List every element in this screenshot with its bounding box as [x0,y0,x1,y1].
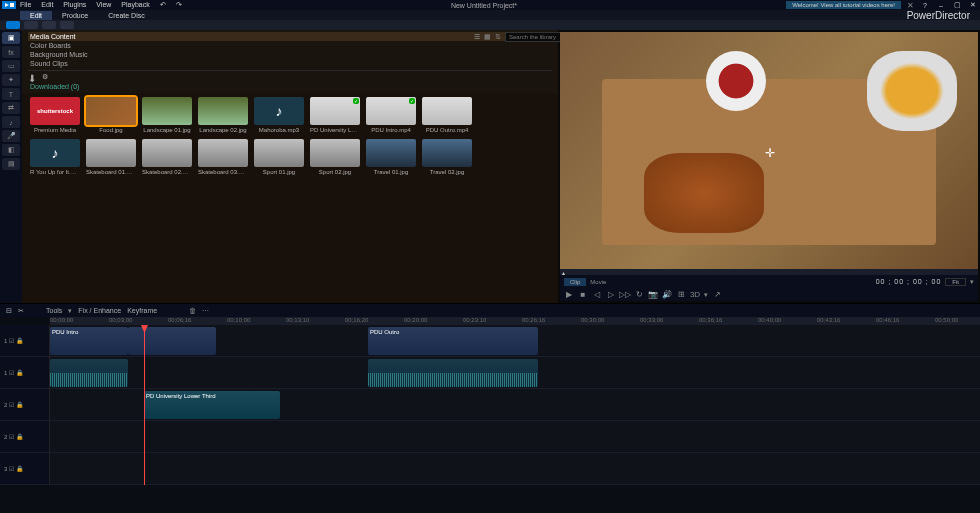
media-thumbnail[interactable]: ✓ [366,97,416,125]
timeline-clip[interactable] [128,327,216,355]
media-thumbnail[interactable] [142,139,192,167]
menu-view[interactable]: View [96,1,111,9]
list-view-icon[interactable]: ☰ [474,33,480,41]
media-thumbnail[interactable] [198,139,248,167]
track-header[interactable]: 2 ☑ 🔒 [0,421,50,452]
import-icon[interactable]: ⬇ [28,73,36,82]
media-item[interactable]: Skateboard 03.mp4 [198,139,248,175]
more-icon[interactable]: ⋯ [202,307,209,315]
media-thumbnail[interactable] [422,97,472,125]
media-item[interactable]: Sport 01.jpg [254,139,304,175]
tools-dropdown[interactable]: Tools [46,307,62,314]
prev-frame-button[interactable]: ◁ [592,291,602,299]
media-thumbnail[interactable]: ♪ [254,97,304,125]
media-item[interactable]: Sport 02.jpg [310,139,360,175]
library-icon[interactable] [24,21,38,29]
welcome-close-icon[interactable]: ✕ [907,1,914,10]
timeline-clip[interactable] [50,359,128,387]
media-room-icon[interactable]: ▣ [2,32,20,44]
maximize-button[interactable]: ▢ [952,1,962,9]
audio-room-icon[interactable]: ♪ [2,116,20,128]
3d-button[interactable]: 3D [690,291,700,299]
minimize-button[interactable]: – [936,2,946,9]
play-button[interactable]: ▶ [564,291,574,299]
collapse-icon[interactable]: ⊟ [6,307,12,315]
effect-room-icon[interactable]: fx [2,46,20,58]
pip-room-icon[interactable]: ▭ [2,60,20,72]
subtitle-room-icon[interactable]: ▤ [2,158,20,170]
menu-file[interactable]: File [20,1,31,9]
timeline-clip[interactable]: PD University Lower Third [144,391,280,419]
tab-create-disc[interactable]: Create Disc [98,11,155,20]
category-background-music[interactable]: Background Music [28,50,552,59]
close-button[interactable]: ✕ [968,1,978,9]
media-room-icon[interactable] [6,21,20,29]
menu-edit[interactable]: Edit [41,1,53,9]
media-thumbnail[interactable] [86,97,136,125]
sort-icon[interactable]: ⇅ [495,33,501,41]
fast-forward-button[interactable]: ▷▷ [620,291,630,299]
cut-icon[interactable]: ✂ [18,307,24,315]
timeline-ruler[interactable]: 00;00;0000;03;0000;06;1600;10;0000;13;10… [50,317,980,325]
preview-viewport[interactable]: ✛ [560,32,978,269]
loop-button[interactable]: ↻ [634,291,644,299]
track-header[interactable]: 3 ☑ 🔒 [0,453,50,484]
media-thumbnail[interactable] [254,139,304,167]
track-content[interactable] [50,421,980,452]
media-thumbnail[interactable] [86,139,136,167]
playhead[interactable] [144,325,145,485]
category-downloaded[interactable]: Downloaded (0) [28,82,552,91]
welcome-message[interactable]: Welcome! View all tutorial videos here! [786,1,901,9]
media-item[interactable]: Landscape 01.jpg [142,97,192,133]
menu-playback[interactable]: Playback [121,1,149,9]
media-item[interactable]: Food.jpg [86,97,136,133]
grid-view-icon[interactable]: ▦ [484,33,491,41]
media-thumbnail[interactable]: ♪ [30,139,80,167]
media-item[interactable]: Landscape 02.jpg [198,97,248,133]
undo-icon[interactable]: ↶ [160,1,166,9]
timeline-clip[interactable] [368,359,538,387]
tab-edit[interactable]: Edit [20,11,52,20]
options-icon[interactable]: ⚙ [42,73,48,82]
menu-plugins[interactable]: Plugins [63,1,86,9]
media-thumbnail[interactable]: ✓ [310,97,360,125]
media-thumbnail[interactable] [142,97,192,125]
timeline-clip[interactable]: PDU Intro [50,327,128,355]
media-item[interactable]: Skateboard 01.mp4 [86,139,136,175]
media-item[interactable]: ✓PD University Lower ... [310,97,360,133]
media-thumbnail[interactable] [198,97,248,125]
track-content[interactable]: PDU IntroPDU Outro [50,325,980,356]
movie-mode-button[interactable]: Movie [590,279,606,285]
media-item[interactable]: Travel 01.jpg [366,139,416,175]
undock-button[interactable]: ↗ [712,291,722,299]
search-input[interactable] [505,32,567,42]
media-item[interactable]: Travel 02.jpg [422,139,472,175]
tab-produce[interactable]: Produce [52,11,98,20]
media-item[interactable]: Skateboard 02.mp4 [142,139,192,175]
voice-room-icon[interactable]: 🎤 [2,130,20,142]
fix-enhance-button[interactable]: Fix / Enhance [78,307,121,314]
delete-icon[interactable]: 🗑 [189,307,196,314]
volume-icon[interactable]: 🔊 [662,291,672,299]
media-item[interactable]: ♪R You Up for It.m4a [30,139,80,175]
filter-icon[interactable] [60,21,74,29]
snapshot-button[interactable]: 📷 [648,291,658,299]
media-item[interactable]: shutterstockPremium Media [30,97,80,133]
media-thumbnail[interactable] [366,139,416,167]
category-sound-clips[interactable]: Sound Clips [28,59,552,68]
stop-button[interactable]: ■ [578,291,588,299]
title-room-icon[interactable]: T [2,88,20,100]
rooms-icon[interactable] [42,21,56,29]
clip-mode-button[interactable]: Clip [564,278,586,286]
media-thumbnail[interactable]: shutterstock [30,97,80,125]
media-thumbnail[interactable] [422,139,472,167]
track-content[interactable]: PD University Lower Third [50,389,980,420]
center-handle-icon[interactable]: ✛ [765,146,775,160]
chapter-room-icon[interactable]: ◧ [2,144,20,156]
quality-button[interactable]: ⊞ [676,291,686,299]
track-header[interactable]: 2 ☑ 🔒 [0,389,50,420]
timeline-clip[interactable]: PDU Outro [368,327,538,355]
help-button[interactable]: ? [920,2,930,9]
track-content[interactable] [50,357,980,388]
transition-room-icon[interactable]: ⇄ [2,102,20,114]
